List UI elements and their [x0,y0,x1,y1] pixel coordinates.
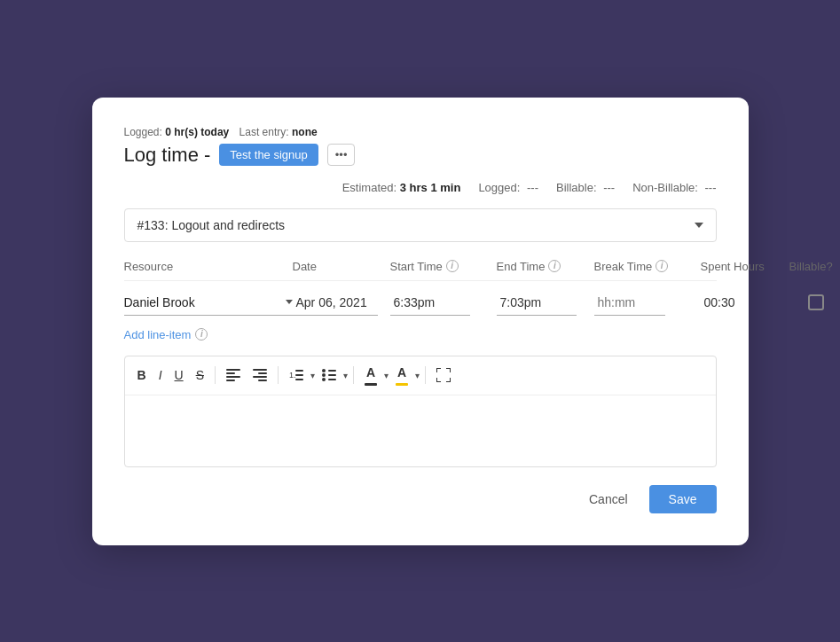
svg-rect-4 [253,369,267,371]
unordered-list-chevron-icon[interactable]: ▾ [343,371,348,380]
add-line-item-info-icon: i [195,328,208,341]
highlight-indicator [396,383,408,386]
spent-hours-value: 00:30 [701,290,789,315]
estimates-row: Estimated: 3 hrs 1 min Logged: --- Billa… [124,181,717,194]
fullscreen-button[interactable] [431,364,456,386]
billable-checkbox[interactable] [808,294,824,310]
col-start-time: Start Time i [390,260,497,273]
signup-button[interactable]: Test the signup [219,144,318,166]
svg-rect-3 [226,380,235,381]
table-header: Resource Date Start Time i End Time i Br… [124,260,717,281]
add-line-item-link[interactable]: Add line-item i [124,328,717,341]
ordered-list-icon: 1. [289,369,303,381]
font-color-indicator [365,383,377,386]
font-color-button[interactable]: A [359,362,382,389]
svg-rect-11 [295,379,303,380]
svg-rect-17 [328,379,336,380]
underline-button[interactable]: U [169,364,189,386]
more-options-button[interactable]: ••• [327,144,356,166]
start-time-input[interactable] [390,290,470,316]
svg-rect-1 [226,372,235,374]
end-time-info-icon: i [548,260,561,272]
svg-rect-2 [226,376,240,378]
task-label: #133: Logout and redirects [137,218,286,232]
col-date: Date [293,260,390,273]
end-time-cell[interactable] [497,290,594,316]
log-time-modal: Logged: 0 hr(s) today Last entry: none L… [92,98,749,545]
table-row: Daniel Brook Apr 06, 2021 00:30 [124,290,717,316]
non-billable-estimate: Non-Billable: --- [632,181,716,194]
editor-toolbar: B I U S [125,356,716,395]
col-billable: Billable? [789,260,841,273]
resource-selector[interactable]: Daniel Brook [124,290,293,316]
svg-rect-6 [253,376,267,378]
editor-body[interactable] [125,395,716,466]
svg-point-12 [322,369,326,372]
align-left-button[interactable] [221,365,246,385]
last-entry-label: Last entry: [239,126,289,138]
svg-rect-10 [295,374,303,376]
task-chevron-icon [695,223,703,228]
toolbar-divider-2 [278,366,279,384]
col-spent-hours: Spent Hours [701,260,789,273]
svg-text:1.: 1. [289,371,296,380]
bold-button[interactable]: B [132,364,152,386]
fullscreen-icon [436,368,451,382]
highlight-button[interactable]: A [390,362,413,389]
svg-rect-16 [328,374,336,376]
start-time-info-icon: i [446,260,459,272]
task-selector[interactable]: #133: Logout and redirects [124,208,717,242]
unordered-list-button[interactable] [317,365,341,385]
col-end-time: End Time i [497,260,594,273]
start-time-cell[interactable] [390,290,497,316]
end-time-input[interactable] [497,290,577,316]
toolbar-divider-3 [353,366,354,384]
top-meta: Logged: 0 hr(s) today Last entry: none [124,126,717,138]
unordered-list-icon [322,369,336,381]
ordered-list-button[interactable]: 1. [284,365,309,385]
billable-cell[interactable] [789,294,841,310]
toolbar-divider-4 [425,366,426,384]
font-color-chevron-icon[interactable]: ▾ [384,371,389,380]
estimated-label: Estimated: 3 hrs 1 min [342,181,461,194]
header-row: Log time - Test the signup ••• [124,144,717,167]
break-time-cell[interactable] [594,290,701,316]
footer-row: Cancel Save [124,485,717,513]
last-entry-value: none [292,126,318,138]
font-color-label: A [366,365,375,380]
col-resource: Resource [124,260,293,273]
highlight-chevron-icon[interactable]: ▾ [415,371,420,380]
align-right-button[interactable] [247,365,272,385]
highlight-label: A [397,365,406,380]
svg-rect-9 [295,370,303,372]
break-time-info-icon: i [656,260,668,272]
toolbar-divider-1 [215,366,216,384]
svg-point-13 [322,373,326,377]
ordered-list-chevron-icon[interactable]: ▾ [310,371,315,380]
rich-text-editor: B I U S [124,356,717,467]
svg-rect-15 [328,370,336,372]
align-right-icon [253,369,267,381]
svg-rect-0 [226,369,240,371]
logged-value: 0 hr(s) today [165,126,229,138]
svg-rect-5 [258,372,267,374]
logged-estimate: Logged: --- [478,181,538,194]
save-button[interactable]: Save [649,485,717,513]
strikethrough-button[interactable]: S [191,364,209,386]
page-title: Log time - [124,144,211,167]
billable-estimate: Billable: --- [556,181,615,194]
resource-chevron-icon [286,300,293,304]
date-field: Apr 06, 2021 [293,290,390,316]
italic-button[interactable]: I [153,364,168,386]
logged-label: Logged: [124,126,162,138]
col-break-time: Break Time i [594,260,701,273]
svg-point-14 [322,378,326,381]
resource-name: Daniel Brook [124,295,282,309]
break-time-input[interactable] [594,290,665,316]
align-left-icon [226,369,240,381]
cancel-button[interactable]: Cancel [577,485,640,513]
svg-rect-7 [258,380,267,381]
